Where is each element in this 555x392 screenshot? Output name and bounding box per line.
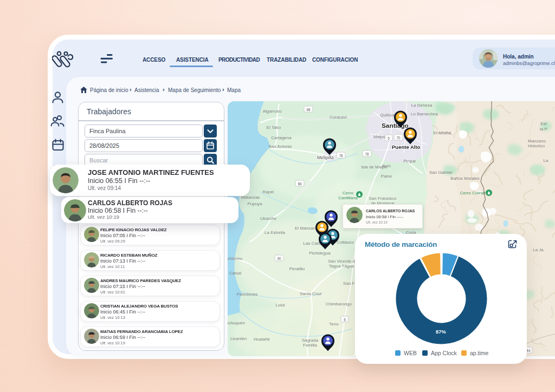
svg-text:68: 68 [306,108,311,112]
svg-text:Licantén: Licantén [230,336,247,341]
svg-text:El Alfalfal: El Alfalfal [434,130,451,135]
svg-text:Coltauco: Coltauco [337,240,354,245]
svg-text:Las Cabras: Las Cabras [304,241,326,246]
svg-text:San Francisco: San Francisco [369,196,397,201]
svg-text:San Antonio: San Antonio [268,144,292,149]
svg-text:la P: la P [540,127,547,132]
svg-text:5: 5 [388,136,390,140]
svg-text:La Ja: La Ja [533,247,544,252]
svg-text:Melipilla: Melipilla [317,155,334,160]
svg-text:Vichuquén: Vichuquén [228,321,245,325]
svg-text:El Tabo: El Tabo [267,125,281,130]
svg-text:Peralillo: Peralillo [289,266,305,271]
svg-text:Matanzas: Matanzas [241,195,260,200]
svg-text:78: 78 [339,154,343,158]
svg-text:Pichidegua: Pichidegua [309,251,331,256]
svg-text:Historico: Historico [528,143,545,148]
svg-text:Hualañé: Hualañé [254,337,270,342]
svg-text:78: 78 [365,152,369,156]
svg-text:Buin: Buin [382,164,391,168]
svg-text:Cantillana: Cantillana [338,195,358,200]
svg-text:Litueche: Litueche [260,216,277,221]
svg-text:90: 90 [277,257,281,260]
svg-text:Pichilemu: Pichilemu [228,256,242,261]
svg-text:Cahuil: Cahuil [229,271,242,276]
svg-text:Est: Est [540,121,547,126]
svg-text:Teno: Teno [329,322,339,326]
svg-text:Maipú: Maipú [373,134,385,139]
svg-text:70: 70 [396,136,401,140]
svg-text:Paredones: Paredones [237,292,258,297]
svg-text:Santiago: Santiago [382,122,409,129]
svg-text:Pirque: Pirque [403,159,416,164]
svg-text:El Manzano: El Manzano [295,226,318,231]
svg-text:La Estrella: La Estrella [264,230,285,235]
svg-text:Sagrada: Sagrada [302,338,319,343]
svg-text:La: La [544,158,548,163]
svg-text:San Vicente d: San Vicente d [328,259,355,264]
svg-text:Baños Morales: Baños Morales [450,176,479,181]
svg-text:Chimbarongo: Chimbarongo [326,302,352,306]
svg-text:Paine: Paine [381,174,392,179]
svg-text:Lolol: Lolol [276,303,285,308]
svg-text:66: 66 [298,182,302,186]
svg-text:Algarrobo: Algarrobo [263,109,282,114]
svg-text:Cartagena: Cartagena [271,135,292,140]
svg-text:Cerro Colinal: Cerro Colinal [460,191,486,195]
svg-text:Tagua Tágua: Tagua Tágua [329,264,354,269]
svg-text:Pupuya: Pupuya [247,201,262,206]
svg-text:Rapel: Rapel [263,190,274,194]
svg-text:5: 5 [344,318,346,322]
svg-text:Curacaví: Curacaví [330,115,347,120]
svg-text:Quilicura: Quilicura [380,113,397,117]
svg-text:San Gabriel: San Gabriel [429,170,452,175]
svg-text:Lo Barnechea: Lo Barnechea [411,112,438,116]
svg-text:Puente Alto: Puente Alto [392,144,421,150]
svg-text:Cerro: Cerro [343,191,354,195]
svg-text:La Dehesa: La Dehesa [411,103,433,108]
svg-text:Familia: Familia [303,343,317,348]
svg-text:Manzano: Manzano [528,139,546,143]
svg-text:Santa Cruz: Santa Cruz [300,291,321,296]
